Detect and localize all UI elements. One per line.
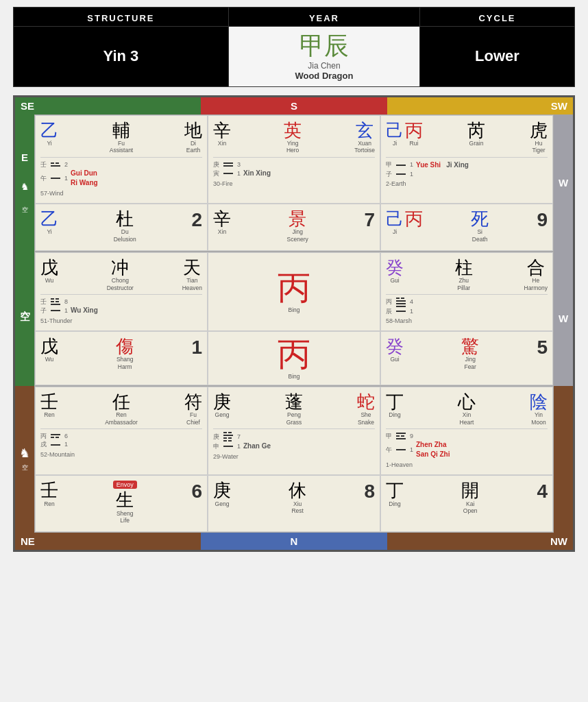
e-bot-chars: 戊 Wu 傷 ShangHarm 1 — [40, 337, 202, 370]
w-zhu-label: ZhuPillar — [457, 277, 470, 291]
w-label: W — [554, 114, 573, 252]
e-hex-section: 壬 8 子 — [40, 298, 202, 326]
e-label: E ♞ 空 — [15, 114, 34, 252]
compass-grid: SE S SW E ♞ 空 — [13, 95, 575, 552]
sw-bot-chars: 己 Ji 丙 死 SiDeath — [386, 209, 548, 243]
n-she-char: 蛇 — [357, 392, 375, 412]
n-bot-xiu-label: XiuRest — [291, 500, 303, 514]
se-hex-section: 壬 2 午 1 — [40, 160, 202, 198]
top-direction-band: SE S SW — [15, 97, 573, 114]
n-hex-num2: 1 — [237, 442, 241, 451]
w-bot-gui-label: Gui — [390, 356, 399, 363]
sw-ji-xing: Ji Xing — [446, 160, 469, 170]
w-bing-char: 丙 — [386, 298, 392, 306]
s-bot-xin-label: Xin — [218, 228, 226, 235]
w-gui-char: 癸 — [386, 258, 404, 278]
se-yi-char: 乙 — [40, 121, 58, 141]
ne-hex-section: 丙 6 戌 1 — [40, 432, 202, 459]
n-she-block: 蛇 SheSnake — [357, 392, 375, 426]
sw-ji-label: Ji — [393, 140, 397, 147]
header-table: STRUCTURE YEAR CYCLE Yin 3 甲辰 Jia Chen W… — [13, 7, 575, 87]
sw-grain-block: 芮 Grain — [467, 121, 485, 147]
se-bot-du-label: DuDelusion — [114, 228, 136, 242]
e-hex-row1: 壬 8 — [40, 298, 202, 306]
s-ying-char: 英 — [284, 121, 302, 141]
s-bot-chars: 辛 Xin 景 JingScenery 7 — [213, 209, 375, 243]
w-he-char: 合 — [527, 258, 545, 278]
n-water-label: 29-Water — [213, 452, 375, 461]
se-hex-char2: 午 — [40, 174, 47, 183]
se-hex-char1: 壬 — [40, 160, 47, 169]
w-hex-num1: 4 — [410, 298, 413, 306]
ne-hex-row2: 戌 1 — [40, 440, 202, 449]
ne-bot-sheng-char: 生 — [116, 490, 134, 510]
s-bot-jing-char: 景 — [289, 209, 306, 229]
header-cycle-value: Lower — [420, 27, 575, 87]
header-year-label: YEAR — [228, 8, 419, 27]
n-bot-geng: 庚 Geng — [213, 481, 231, 507]
sw-bot-ji-label: Ji — [393, 228, 397, 235]
se-bot-yi: 乙 Yi — [40, 209, 58, 236]
se-top-di: 地 DiEarth — [184, 121, 202, 154]
s-top-chars: 辛 Xin 英 YingHero 玄 XuanTortoise — [213, 121, 375, 154]
s-xin-xing: Xin Xing — [243, 169, 271, 178]
cell-center-bing-2: 丙 Bing — [208, 331, 380, 385]
sw-tiger-char: 虎 — [530, 121, 548, 141]
e-wu-block: 戊 Wu — [40, 258, 58, 285]
sw-ji-char: 己 — [386, 121, 404, 141]
nw-label: NW — [387, 533, 573, 550]
w-bot-jing-label: JingFear — [464, 356, 476, 370]
cell-w-top: 癸 Gui 柱 ZhuPillar 合 HeHarmony — [380, 252, 553, 331]
sw-hex-num1: 1 — [410, 160, 413, 169]
cell-s-top: 辛 Xin 英 YingHero 玄 XuanTortoise — [208, 115, 380, 204]
e-wu-xing: Wu Xing — [71, 306, 98, 315]
sw-hex-num2: 1 — [410, 170, 413, 179]
n-top-chars: 庚 Geng 蓬 PengGrass 蛇 SheSnake — [213, 392, 375, 426]
nw-ding-block: 丁 Ding — [386, 392, 404, 419]
n-hex-section: 庚 7 申 — [213, 432, 375, 461]
se-fu-char: 輔 — [112, 121, 130, 141]
middle-wrapper: E ♞ 空 乙 Yi 輔 FuAssi — [15, 114, 573, 252]
cell-sw-bottom: 己 Ji 丙 死 SiDeath — [380, 204, 553, 251]
nw-jia-char: 甲 — [386, 432, 392, 441]
sw-rui-label: Rui — [410, 140, 419, 147]
nw-ding-char: 丁 — [386, 392, 404, 412]
n-peng-char: 蓬 — [285, 392, 303, 412]
cell-e-top: 戊 Wu 冲 ChongDestructor 天 TianHeaven — [35, 252, 208, 331]
header-structure-value: Yin 3 — [14, 27, 229, 87]
w-bot-gui-char: 癸 — [386, 337, 404, 356]
cell-se-top: 乙 Yi 輔 FuAssistant 地 DiEarth — [35, 115, 208, 204]
e-chong-label: ChongDestructor — [107, 277, 134, 291]
s-bot-xin: 辛 Xin — [213, 209, 231, 236]
ne-bing-char: 丙 — [40, 432, 47, 441]
nw-xin-label: XinHeart — [460, 411, 474, 425]
sw-hex-row2: 子 1 — [386, 170, 548, 179]
e-hex-num1: 8 — [64, 298, 68, 306]
sw-earth-label: 2-Earth — [386, 180, 548, 189]
sw-bot-ji-si: 己 Ji 丙 — [386, 209, 423, 236]
nw-yin-label: YinMoon — [531, 411, 546, 425]
ne-hex-num1: 6 — [64, 432, 68, 441]
s-fire-label: 30-Fire — [213, 180, 375, 189]
ne-side-label: ♞ 空 — [15, 386, 34, 533]
cell-center-bing: 丙 Bing — [208, 252, 380, 331]
e-zi-char: 子 — [40, 306, 47, 315]
w-gui-block: 癸 Gui — [386, 258, 404, 285]
n-bot-chars: 庚 Geng 休 XiuRest 8 — [213, 481, 375, 514]
nw-hex-row2: 午 1 Zhen ZhaSan Qi Zhi — [386, 440, 548, 459]
ne-hex-row1: 丙 6 — [40, 432, 202, 441]
cell-ne-top: 壬 Ren 任 RenAmbassador 符 FuChief — [35, 387, 208, 475]
envoy-badge: Envoy — [113, 481, 137, 489]
cell-w-bottom: 癸 Gui 驚 JingFear 5 — [380, 331, 553, 385]
se-yi-label: Yi — [47, 140, 51, 147]
sw-hex-section: 甲 1 Yue Shi Ji Xing 子 — [386, 160, 548, 189]
s-xuan-label: XuanTortoise — [354, 140, 375, 154]
s-bot-jing: 景 JingScenery — [287, 209, 308, 243]
s-top-ying: 英 YingHero — [284, 121, 302, 154]
cell-ne-bottom: 壬 Ren Envoy 生 ShengLife 6 — [35, 475, 208, 532]
e-chong-char: 冲 — [111, 258, 129, 278]
e-bot-shang-label: ShangHarm — [117, 356, 134, 370]
middle-wrapper-3: ♞ 空 壬 Ren 任 RenAmbassador — [15, 386, 573, 533]
e-top-chars: 戊 Wu 冲 ChongDestructor 天 TianHeaven — [40, 258, 202, 291]
ne-bot-ren: 壬 Ren — [40, 481, 58, 507]
